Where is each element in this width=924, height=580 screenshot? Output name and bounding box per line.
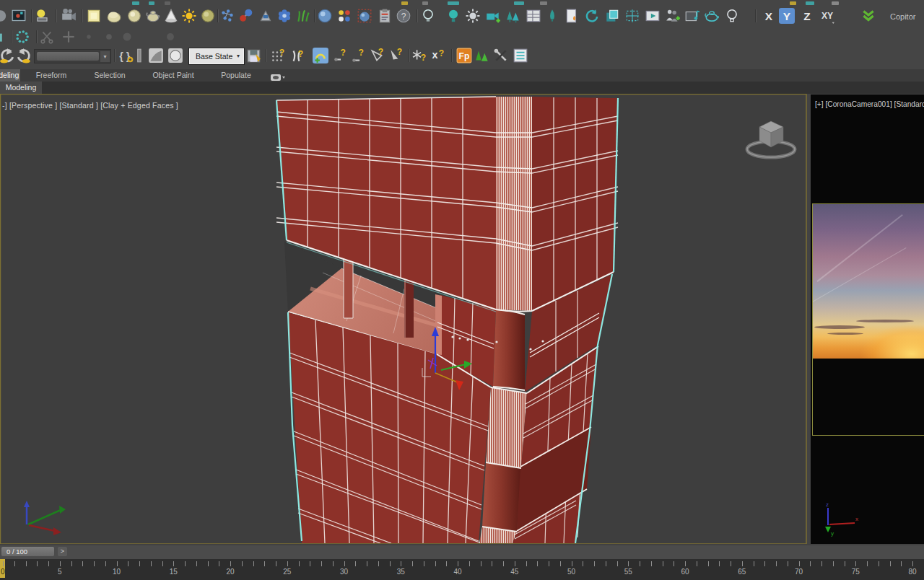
axis-y-button[interactable]: Y [779,8,795,24]
cypress-tree-icon[interactable] [544,8,560,24]
svg-text:Fp: Fp [459,51,470,61]
layers-icon[interactable] [604,8,620,24]
ribbon-tab-freeform[interactable]: Freeform [30,69,73,82]
camera-add-icon[interactable] [485,8,501,24]
gear-flower-icon[interactable] [276,8,292,24]
subobject-square-icon[interactable] [86,8,102,24]
sun-icon[interactable] [181,8,197,24]
camera-viewport-label[interactable]: [+] [CoronaCamera001] [Standard [815,100,924,108]
bulb-outline-icon[interactable] [724,8,740,24]
pyramid-camera-icon[interactable] [258,8,274,24]
clipped-icon-fragment [149,1,154,5]
forest-trees-icon[interactable] [474,48,490,63]
refresh-icon[interactable] [584,8,600,24]
dumbbell-icon[interactable] [238,8,254,24]
frame-tick [640,561,640,566]
partial-icon[interactable] [0,29,12,45]
base-state-dropdown[interactable]: Base State▾ [189,48,244,64]
frame-tick [867,561,868,566]
scatter-icon[interactable] [219,8,235,24]
dropdown-arrow-icon[interactable]: ▾ [100,51,110,62]
camera-viewport[interactable]: [+] [CoronaCamera001] [Standard z x y [811,95,924,544]
region-crosshair-icon[interactable] [624,8,640,24]
next-frame-button[interactable]: > [58,547,67,556]
rendered-frame-icon[interactable] [11,8,27,24]
snap-2d-icon[interactable]: ? [333,48,349,63]
copitor-label[interactable]: Copitor [890,12,915,21]
axis-z-button[interactable]: Z [799,8,815,24]
faint-dot[interactable] [101,29,117,45]
time-slider-frame-display[interactable]: 0 / 100 [1,547,54,556]
frame-label: 65 [738,568,746,576]
clipped-icon-fragment [540,1,547,5]
redo-button[interactable] [16,48,32,63]
sun-gray-icon[interactable] [465,8,481,24]
cone-icon[interactable] [163,8,179,24]
bulb-wire-icon[interactable] [420,8,436,24]
sphere-beige-icon[interactable] [126,8,142,24]
teapot-teal-icon[interactable] [704,8,720,24]
ribbon-tab-object-paint[interactable]: Object Paint [148,69,199,82]
video-projector-icon[interactable] [61,8,77,24]
chevron-double-icon[interactable] [860,8,876,24]
named-selection-dropdown[interactable]: ▾ [34,49,111,63]
clipped-icon-fragment [401,1,408,5]
trees-teal-icon[interactable] [505,8,521,24]
ribbon-overflow-button[interactable] [270,71,286,79]
viewport-label[interactable]: -] [Perspective ] [Standard ] [Clay + Ed… [2,101,178,110]
sphere-region-icon[interactable] [357,8,372,24]
axis-x-button[interactable]: X [761,8,777,24]
sphere-olive-icon[interactable] [200,8,216,24]
people-add-icon[interactable] [665,8,681,24]
viewport-divider[interactable] [807,94,811,545]
bulb-teal-icon[interactable] [445,8,461,24]
clipped-icon-fragment [448,1,459,5]
angle-snap-icon[interactable]: ? [369,48,385,63]
ribbon-panel-tab[interactable]: Modeling [0,82,42,94]
percent-snap-icon[interactable]: ? [388,48,404,63]
ribbon-tab-populate[interactable]: Populate [214,69,258,82]
frame-tick [139,561,140,566]
help-icon[interactable]: ? [396,8,411,24]
list-panel-icon[interactable] [513,48,528,63]
grid-panel-icon[interactable] [526,8,541,24]
frame-tick [412,561,413,566]
track-bar[interactable]: 0 5101520253035404550556065707580 [0,559,924,580]
faint-dot[interactable] [81,29,97,45]
tools-icon[interactable] [493,48,509,63]
move-cross-icon[interactable] [61,29,77,45]
save-state-icon[interactable] [246,48,262,63]
shape-b-icon[interactable] [167,48,183,63]
color-dots-icon[interactable] [336,8,352,24]
ribbon-tab-selection[interactable]: Selection [88,69,131,82]
thin-bar-icon[interactable] [132,48,148,63]
building-model[interactable] [276,97,618,543]
play-box-icon[interactable] [645,8,661,24]
scissors-icon[interactable] [40,29,56,45]
snap-toggle-button[interactable] [313,48,328,63]
dotted-circle-icon[interactable] [14,29,30,45]
ribbon-tab-modeling[interactable]: Modeling [0,69,20,82]
shape-a-icon[interactable] [148,48,164,63]
grid-help-icon[interactable]: ? [270,48,286,63]
xref-help-icon[interactable]: x? [430,48,446,63]
faint-dot[interactable] [162,29,178,45]
light-keyboard-icon[interactable] [35,8,51,24]
sphere-blue-icon[interactable] [317,8,333,24]
snap-25d-icon[interactable]: ? [351,48,367,63]
dough-blob-icon[interactable] [106,8,122,24]
frame-label: 15 [170,568,178,576]
grass-icon[interactable] [295,8,311,24]
forest-pack-button[interactable]: Fp [456,48,472,63]
teapot-beige-icon[interactable] [145,8,161,24]
page-flame-icon[interactable] [564,8,580,24]
clipboard-icon[interactable] [377,8,393,24]
pliers-help-icon[interactable]: ? [289,48,305,63]
axis-xy-button[interactable]: XY [819,8,835,24]
frame-tick [355,561,356,566]
frame-tick [60,561,61,566]
note-box-icon[interactable] [684,8,700,24]
snowflake-help-icon[interactable]: ? [412,48,428,63]
undo-button[interactable] [0,48,15,63]
faint-dot[interactable] [119,29,135,45]
